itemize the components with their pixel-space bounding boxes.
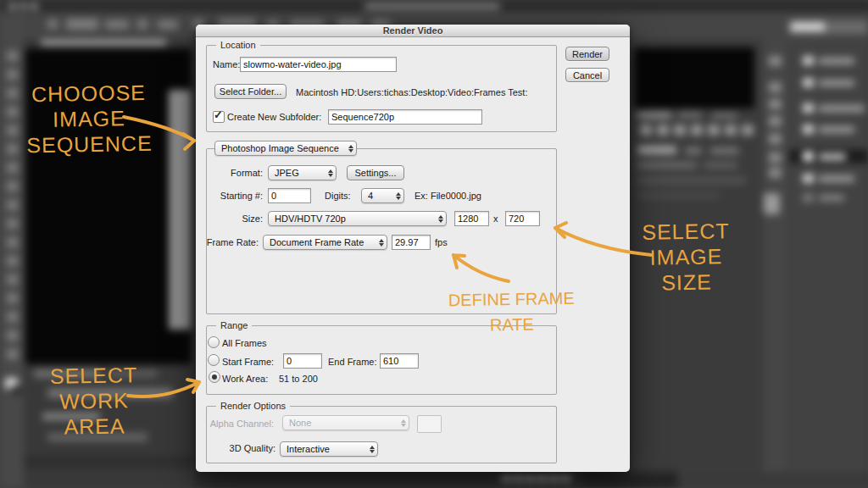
bg-blob bbox=[7, 107, 18, 117]
output-type-popup[interactable]: Photoshop Image Sequence bbox=[214, 141, 357, 156]
annotation-choose-image-sequence: CHOOOSE IMAGE SEQUENCE bbox=[20, 80, 158, 158]
bg-blob bbox=[66, 19, 98, 30]
bg-blob bbox=[678, 112, 702, 118]
bg-blob bbox=[819, 153, 846, 160]
bg-blob bbox=[585, 472, 678, 488]
popup-arrows-icon bbox=[370, 446, 375, 453]
starting-label: Starting #: bbox=[208, 191, 263, 201]
bg-blob bbox=[105, 20, 129, 29]
work-area-radio[interactable] bbox=[209, 371, 220, 383]
name-input[interactable] bbox=[240, 57, 397, 72]
bg-blob bbox=[803, 78, 814, 87]
frame-rate-value: Document Frame Rate bbox=[270, 237, 364, 247]
frame-rate-label: Frame Rate: bbox=[203, 237, 259, 247]
width-input[interactable] bbox=[454, 211, 489, 226]
bg-blob bbox=[803, 174, 814, 183]
bg-blob bbox=[712, 113, 737, 119]
select-folder-button[interactable]: Select Folder... bbox=[214, 84, 287, 99]
format-popup[interactable]: JPEG bbox=[268, 165, 337, 180]
render-button[interactable]: Render bbox=[565, 47, 609, 61]
quality-popup[interactable]: Interactive bbox=[280, 441, 378, 457]
annotation-select-work-area: SELECT WORK AREA bbox=[35, 362, 153, 440]
popup-arrows-icon bbox=[348, 145, 353, 152]
start-frame-label: Start Frame: bbox=[222, 357, 274, 367]
height-input[interactable] bbox=[505, 211, 540, 226]
bg-blob bbox=[674, 125, 686, 136]
bg-blob bbox=[514, 474, 523, 482]
example-filename: Ex: File0000.jpg bbox=[415, 191, 481, 201]
frame-rate-popup[interactable]: Document Frame Rate bbox=[263, 235, 387, 250]
fps-input[interactable] bbox=[392, 235, 431, 250]
all-frames-label: All Frames bbox=[222, 338, 267, 348]
bg-blob bbox=[31, 3, 38, 9]
bg-blob bbox=[742, 125, 754, 136]
end-frame-input[interactable] bbox=[380, 353, 419, 369]
bg-blob bbox=[24, 456, 195, 468]
bg-blob bbox=[11, 385, 22, 395]
bg-blob bbox=[7, 349, 18, 359]
render-options-legend: Render Options bbox=[216, 401, 290, 411]
popup-arrows-icon bbox=[328, 169, 333, 177]
bg-blob bbox=[685, 147, 702, 154]
digits-value: 4 bbox=[368, 191, 373, 201]
bg-blob bbox=[19, 3, 27, 9]
end-frame-label: End Frame: bbox=[328, 357, 376, 367]
bg-blob bbox=[769, 168, 782, 178]
bg-blob bbox=[7, 88, 18, 98]
bg-blob bbox=[502, 474, 511, 482]
subfolder-input[interactable] bbox=[328, 109, 482, 125]
bg-blob bbox=[819, 58, 854, 64]
photoshop-screen: { "window": { "title": "Render Video" },… bbox=[0, 0, 868, 488]
bg-blob bbox=[7, 125, 18, 136]
alpha-swatch-box bbox=[417, 415, 442, 433]
bg-blob bbox=[657, 125, 669, 136]
bg-blob bbox=[549, 474, 559, 482]
cancel-button[interactable]: Cancel bbox=[565, 68, 609, 82]
folder-path: Macintosh HD:Users:tichas:Desktop:Video:… bbox=[296, 87, 527, 97]
bg-blob bbox=[8, 3, 16, 9]
bg-blob bbox=[769, 116, 782, 126]
bg-blob bbox=[41, 40, 166, 46]
radio-dot-icon bbox=[212, 374, 217, 380]
create-subfolder-label: Create New Subfolder: bbox=[227, 112, 321, 122]
location-legend: Location bbox=[216, 40, 260, 50]
settings-button[interactable]: Settings... bbox=[347, 165, 404, 180]
bg-blob bbox=[7, 69, 18, 80]
bg-blob bbox=[137, 19, 147, 29]
bg-blob bbox=[803, 152, 814, 161]
render-video-dialog: Render Video Render Cancel Location Name… bbox=[196, 25, 630, 472]
bg-blob bbox=[678, 472, 868, 488]
bg-blob bbox=[158, 20, 178, 29]
bg-blob bbox=[819, 175, 854, 182]
dialog-titlebar[interactable]: Render Video bbox=[196, 25, 630, 37]
size-preset-popup[interactable]: HDV/HDTV 720p bbox=[268, 211, 447, 226]
bg-blob bbox=[7, 237, 18, 247]
popup-arrows-icon bbox=[379, 239, 384, 247]
bg-blob bbox=[364, 3, 500, 9]
range-legend: Range bbox=[216, 320, 252, 330]
bg-blob bbox=[704, 162, 737, 169]
bg-blob bbox=[803, 103, 814, 113]
work-area-value: 51 to 200 bbox=[279, 374, 318, 384]
create-subfolder-checkbox[interactable]: ✓ bbox=[213, 111, 225, 123]
bg-blob bbox=[7, 181, 18, 191]
bg-blob bbox=[769, 56, 782, 66]
format-value: JPEG bbox=[275, 168, 299, 178]
start-frame-input[interactable] bbox=[283, 353, 322, 369]
format-label: Format: bbox=[213, 168, 263, 178]
start-frame-radio[interactable] bbox=[208, 354, 220, 366]
fps-unit-label: fps bbox=[435, 237, 448, 247]
work-area-label: Work Area: bbox=[222, 374, 268, 384]
bg-blob bbox=[526, 474, 535, 482]
all-frames-radio[interactable] bbox=[208, 336, 220, 348]
bg-blob bbox=[7, 256, 18, 266]
digits-popup[interactable]: 4 bbox=[361, 188, 404, 203]
bg-blob bbox=[7, 144, 18, 154]
starting-input[interactable] bbox=[268, 188, 311, 203]
bg-blob bbox=[769, 152, 782, 163]
bg-blob bbox=[769, 99, 782, 109]
bg-blob bbox=[769, 82, 782, 92]
checkmark-icon: ✓ bbox=[214, 108, 223, 121]
bg-blob bbox=[710, 147, 739, 154]
popup-arrows-icon bbox=[396, 192, 401, 200]
